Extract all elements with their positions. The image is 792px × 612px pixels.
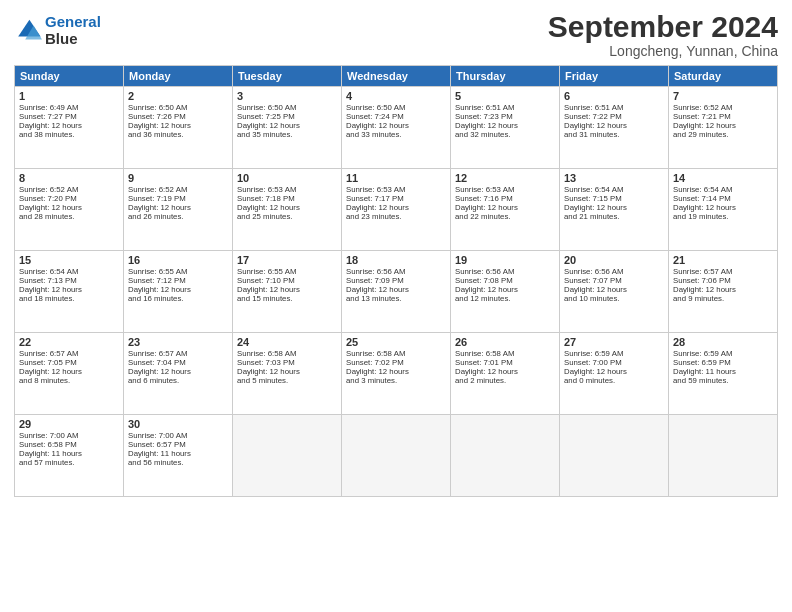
cell-info-line: and 26 minutes.: [128, 212, 228, 221]
calendar-cell: 27Sunrise: 6:59 AMSunset: 7:00 PMDayligh…: [560, 333, 669, 415]
logo-icon: [14, 17, 42, 45]
cell-info-line: and 6 minutes.: [128, 376, 228, 385]
cell-info-line: Sunset: 7:19 PM: [128, 194, 228, 203]
cell-info-line: Sunset: 7:27 PM: [19, 112, 119, 121]
cell-info-line: and 8 minutes.: [19, 376, 119, 385]
cell-info-line: Sunrise: 7:00 AM: [128, 431, 228, 440]
cell-info-line: Sunset: 7:15 PM: [564, 194, 664, 203]
page: General Blue September 2024 Longcheng, Y…: [0, 0, 792, 612]
cell-info-line: Sunrise: 6:55 AM: [128, 267, 228, 276]
day-number: 22: [19, 336, 119, 348]
cell-info-line: Sunrise: 6:54 AM: [673, 185, 773, 194]
cell-info-line: Daylight: 11 hours: [673, 367, 773, 376]
cell-info-line: and 32 minutes.: [455, 130, 555, 139]
cell-info-line: and 13 minutes.: [346, 294, 446, 303]
week-row-2: 8Sunrise: 6:52 AMSunset: 7:20 PMDaylight…: [15, 169, 778, 251]
cell-info-line: Sunset: 6:59 PM: [673, 358, 773, 367]
cell-info-line: Daylight: 12 hours: [128, 121, 228, 130]
calendar-cell: 2Sunrise: 6:50 AMSunset: 7:26 PMDaylight…: [124, 87, 233, 169]
header: General Blue September 2024 Longcheng, Y…: [14, 10, 778, 59]
cell-info-line: Sunrise: 6:57 AM: [673, 267, 773, 276]
calendar-cell: 12Sunrise: 6:53 AMSunset: 7:16 PMDayligh…: [451, 169, 560, 251]
calendar-cell: 6Sunrise: 6:51 AMSunset: 7:22 PMDaylight…: [560, 87, 669, 169]
cell-info-line: Daylight: 12 hours: [346, 121, 446, 130]
calendar-cell: 17Sunrise: 6:55 AMSunset: 7:10 PMDayligh…: [233, 251, 342, 333]
cell-info-line: Sunrise: 6:52 AM: [673, 103, 773, 112]
calendar-cell: 14Sunrise: 6:54 AMSunset: 7:14 PMDayligh…: [669, 169, 778, 251]
day-number: 5: [455, 90, 555, 102]
col-header-thursday: Thursday: [451, 66, 560, 87]
day-number: 23: [128, 336, 228, 348]
calendar-cell: 4Sunrise: 6:50 AMSunset: 7:24 PMDaylight…: [342, 87, 451, 169]
calendar-cell: 1Sunrise: 6:49 AMSunset: 7:27 PMDaylight…: [15, 87, 124, 169]
calendar-cell: 9Sunrise: 6:52 AMSunset: 7:19 PMDaylight…: [124, 169, 233, 251]
cell-info-line: Daylight: 12 hours: [19, 121, 119, 130]
day-number: 21: [673, 254, 773, 266]
cell-info-line: Daylight: 12 hours: [237, 203, 337, 212]
cell-info-line: Sunset: 7:12 PM: [128, 276, 228, 285]
logo: General Blue: [14, 14, 101, 47]
cell-info-line: Sunrise: 6:54 AM: [19, 267, 119, 276]
calendar-cell: 15Sunrise: 6:54 AMSunset: 7:13 PMDayligh…: [15, 251, 124, 333]
cell-info-line: Sunset: 7:20 PM: [19, 194, 119, 203]
location: Longcheng, Yunnan, China: [548, 43, 778, 59]
cell-info-line: Daylight: 12 hours: [455, 203, 555, 212]
cell-info-line: and 56 minutes.: [128, 458, 228, 467]
calendar-cell: 30Sunrise: 7:00 AMSunset: 6:57 PMDayligh…: [124, 415, 233, 497]
cell-info-line: Sunrise: 6:53 AM: [455, 185, 555, 194]
calendar-cell: [560, 415, 669, 497]
calendar-cell: 25Sunrise: 6:58 AMSunset: 7:02 PMDayligh…: [342, 333, 451, 415]
cell-info-line: Sunset: 7:10 PM: [237, 276, 337, 285]
cell-info-line: Daylight: 11 hours: [128, 449, 228, 458]
week-row-1: 1Sunrise: 6:49 AMSunset: 7:27 PMDaylight…: [15, 87, 778, 169]
day-number: 12: [455, 172, 555, 184]
col-header-tuesday: Tuesday: [233, 66, 342, 87]
cell-info-line: and 21 minutes.: [564, 212, 664, 221]
cell-info-line: Sunset: 7:25 PM: [237, 112, 337, 121]
calendar-cell: 3Sunrise: 6:50 AMSunset: 7:25 PMDaylight…: [233, 87, 342, 169]
cell-info-line: Daylight: 12 hours: [346, 203, 446, 212]
calendar-cell: 23Sunrise: 6:57 AMSunset: 7:04 PMDayligh…: [124, 333, 233, 415]
cell-info-line: Sunrise: 7:00 AM: [19, 431, 119, 440]
day-number: 11: [346, 172, 446, 184]
cell-info-line: Sunset: 7:09 PM: [346, 276, 446, 285]
cell-info-line: Sunrise: 6:50 AM: [237, 103, 337, 112]
col-header-friday: Friday: [560, 66, 669, 87]
day-number: 4: [346, 90, 446, 102]
cell-info-line: Daylight: 12 hours: [19, 203, 119, 212]
day-number: 14: [673, 172, 773, 184]
cell-info-line: Sunrise: 6:50 AM: [346, 103, 446, 112]
cell-info-line: and 31 minutes.: [564, 130, 664, 139]
cell-info-line: and 38 minutes.: [19, 130, 119, 139]
calendar-cell: 5Sunrise: 6:51 AMSunset: 7:23 PMDaylight…: [451, 87, 560, 169]
cell-info-line: Sunset: 7:22 PM: [564, 112, 664, 121]
cell-info-line: Sunset: 7:14 PM: [673, 194, 773, 203]
day-number: 30: [128, 418, 228, 430]
cell-info-line: Sunrise: 6:51 AM: [564, 103, 664, 112]
col-header-monday: Monday: [124, 66, 233, 87]
day-number: 28: [673, 336, 773, 348]
cell-info-line: and 23 minutes.: [346, 212, 446, 221]
day-number: 2: [128, 90, 228, 102]
cell-info-line: Daylight: 12 hours: [455, 367, 555, 376]
cell-info-line: Daylight: 12 hours: [128, 285, 228, 294]
cell-info-line: Sunrise: 6:57 AM: [19, 349, 119, 358]
cell-info-line: Sunset: 6:57 PM: [128, 440, 228, 449]
calendar-cell: 7Sunrise: 6:52 AMSunset: 7:21 PMDaylight…: [669, 87, 778, 169]
cell-info-line: and 16 minutes.: [128, 294, 228, 303]
cell-info-line: Sunset: 7:21 PM: [673, 112, 773, 121]
cell-info-line: Daylight: 11 hours: [19, 449, 119, 458]
calendar-cell: 29Sunrise: 7:00 AMSunset: 6:58 PMDayligh…: [15, 415, 124, 497]
cell-info-line: Daylight: 12 hours: [564, 367, 664, 376]
calendar-cell: [233, 415, 342, 497]
cell-info-line: Sunset: 7:24 PM: [346, 112, 446, 121]
calendar-cell: 20Sunrise: 6:56 AMSunset: 7:07 PMDayligh…: [560, 251, 669, 333]
cell-info-line: Sunrise: 6:53 AM: [237, 185, 337, 194]
calendar-cell: 21Sunrise: 6:57 AMSunset: 7:06 PMDayligh…: [669, 251, 778, 333]
cell-info-line: and 18 minutes.: [19, 294, 119, 303]
day-number: 24: [237, 336, 337, 348]
day-number: 25: [346, 336, 446, 348]
calendar-cell: 28Sunrise: 6:59 AMSunset: 6:59 PMDayligh…: [669, 333, 778, 415]
day-number: 18: [346, 254, 446, 266]
day-number: 27: [564, 336, 664, 348]
